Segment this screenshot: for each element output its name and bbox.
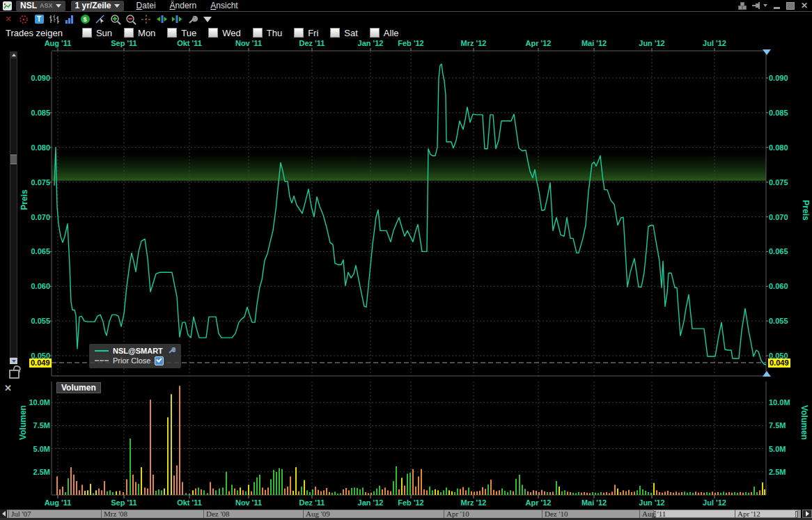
month-label-top: Dez '11 [290,39,334,47]
price-tick-label-left: 0.080 [18,143,50,152]
chart-legend[interactable]: NSL@SMART Prior Close [89,344,181,368]
price-tick-label-left: 0.070 [18,213,50,221]
month-label-bottom: Dez '11 [290,498,334,507]
price-line [54,64,766,365]
prior-close-checkbox[interactable] [155,356,164,365]
month-label-top: Feb '12 [389,39,433,47]
price-volume-chart[interactable] [0,0,812,520]
panel-close-icon[interactable]: ✕ [4,383,12,393]
month-label-top: Jan '12 [348,39,393,47]
month-label-bottom: Feb '12 [389,498,433,507]
axis-resize-handle-bottom[interactable] [763,371,771,377]
price-axis-title-left: Preis [19,189,29,210]
price-tick-label-right: 0.065 [769,247,801,255]
price-tick-label-left: 0.075 [18,178,50,187]
last-price-label-right: 0.049 [768,359,790,368]
history-label: Dez '08 [203,510,229,518]
last-price-label-left: 0.049 [29,359,52,368]
volume-tick-label-right: 7.5M [769,421,801,430]
price-tick-label-right: 0.085 [769,109,801,117]
month-label-bottom: Jun '12 [630,498,674,507]
wrench-icon[interactable] [167,347,175,355]
month-label-top: Mai '12 [572,39,616,47]
month-label-bottom: Mai '12 [572,498,616,507]
unlock-icon[interactable] [9,370,19,379]
price-tick-label-left: 0.085 [18,109,50,117]
volume-tick-label-left: 2.5M [18,468,50,476]
volume-panel-title: Volumen [56,382,101,393]
price-tick-label-left: 0.060 [18,282,50,290]
month-label-top: Jul '12 [692,39,737,47]
scroll-left-button[interactable] [0,510,7,518]
month-label-bottom: Jan '12 [348,498,393,507]
prior-close-line-sample [95,360,109,361]
price-tick-label-left: 0.065 [18,247,50,255]
month-label-top: Okt '11 [167,39,212,47]
price-tick-label-right: 0.080 [769,143,801,152]
series-name: NSL@SMART [113,347,163,355]
volume-axis-title-right: Volumen [799,405,809,440]
month-label-top: Sep '11 [102,39,146,47]
month-label-bottom: Okt '11 [167,498,212,507]
history-label: Apr '10 [444,510,469,518]
month-label-bottom: Sep '11 [102,498,146,507]
vertical-scrollbar-track[interactable] [10,52,17,358]
volume-tick-label-right: 10.0M [769,398,801,407]
month-label-bottom: Mrz '12 [451,498,496,507]
history-label: Mrz '08 [101,510,127,518]
history-label: Jul '07 [8,510,31,518]
prior-close-label: Prior Close [113,356,150,365]
month-label-top: Aug '11 [36,39,80,47]
history-label: Apr '12 [735,510,760,518]
price-tick-label-left: 0.090 [18,74,50,82]
price-tick-label-right: 0.060 [769,282,801,290]
series-line-sample [95,350,109,352]
volume-tick-label-right: 5.0M [769,445,801,453]
month-label-top: Apr '12 [516,39,561,47]
price-tick-label-right: 0.090 [769,74,801,82]
gridlines [52,52,766,495]
month-label-bottom: Jul '12 [692,498,737,507]
month-label-top: Jun '12 [630,39,674,47]
axis-resize-handle-top[interactable] [763,49,771,55]
history-label: Aug '09 [303,510,330,518]
history-label: Dez '10 [542,510,568,518]
history-scrollbar-thumb[interactable] [653,510,798,518]
volume-tick-label-left: 5.0M [18,445,50,453]
price-axis-title-right: Preis [801,200,811,220]
vertical-scrollbar-handle[interactable] [10,155,17,164]
history-scrollbar: Jul '07Mrz '08Dez '08Aug '09Apr '10Dez '… [0,510,812,518]
scroll-down-button[interactable] [10,358,17,364]
price-tick-label-right: 0.070 [769,213,801,221]
price-tick-label-right: 0.075 [769,178,801,187]
price-tick-label-left: 0.055 [18,317,50,325]
scroll-up-button[interactable] [10,52,17,58]
month-label-bottom: Nov '11 [226,498,271,507]
volume-tick-label-right: 2.5M [769,468,801,476]
volume-axis-title-left: Volumen [18,405,28,440]
price-tick-label-right: 0.055 [769,317,801,325]
chart-application-window: NSL ASX 1 yr/Zeile DateiÄndernAnsicht ✕ … [0,0,812,520]
highlight-band [52,153,766,181]
month-label-top: Mrz '12 [451,39,496,47]
history-label: Aug '11 [639,510,666,518]
month-label-bottom: Aug '11 [36,498,80,507]
month-label-top: Nov '11 [226,39,271,47]
scroll-right-button[interactable] [802,510,812,518]
thumb-grip-right[interactable] [795,511,797,518]
month-label-bottom: Apr '12 [516,498,561,507]
